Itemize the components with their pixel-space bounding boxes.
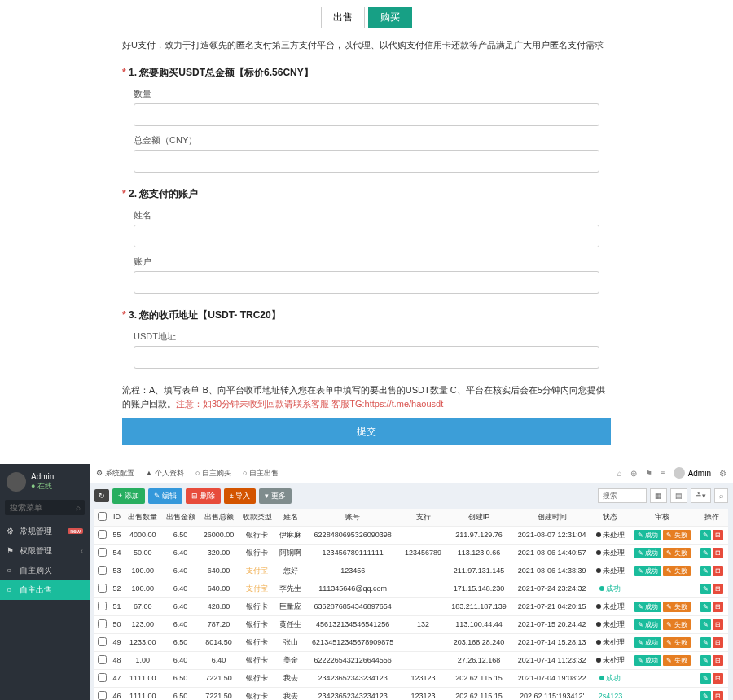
row-checkbox[interactable] — [98, 655, 107, 664]
add-button[interactable]: + 添加 — [112, 488, 145, 504]
status-cell: 成功 — [592, 580, 629, 597]
audit-pill[interactable]: ✎ 失败 — [663, 548, 690, 558]
sidebar-search-input[interactable] — [5, 500, 85, 515]
audit-pill[interactable]: ✎ 成功 — [634, 530, 661, 540]
delete-button[interactable]: ⊟ 删除 — [186, 488, 221, 504]
audit-pill[interactable]: ✎ 失败 — [663, 637, 690, 648]
sidebar-item[interactable]: ⚙常规管理new — [0, 522, 90, 541]
usdt-input[interactable] — [134, 346, 599, 369]
audit-pill[interactable]: ✎ 成功 — [634, 566, 661, 576]
sidebar-item-label: 自主购买 — [20, 565, 52, 576]
status-cell: 未处理 — [592, 633, 629, 651]
row-edit-button[interactable]: ✎ — [700, 655, 711, 666]
row-edit-button[interactable]: ✎ — [700, 530, 711, 540]
tab-sell[interactable]: 出售 — [321, 7, 365, 28]
toolbar-search-input[interactable] — [598, 488, 647, 503]
topbar-link[interactable]: ○ 自主购买 — [195, 469, 231, 477]
view-list-icon[interactable]: ▦ — [650, 488, 667, 503]
row-checkbox[interactable] — [98, 619, 107, 628]
search-icon[interactable]: ⌕ — [76, 503, 81, 512]
refresh-button[interactable]: ↻ — [94, 489, 109, 502]
row-delete-button[interactable]: ⊟ — [713, 691, 723, 700]
account-label: 账户 — [134, 256, 611, 268]
audit-pill[interactable]: ✎ 成功 — [634, 548, 661, 558]
row-delete-button[interactable]: ⊟ — [713, 619, 723, 630]
row-delete-button[interactable]: ⊟ — [713, 530, 723, 540]
sidebar-item-label: 常规管理 — [20, 526, 52, 537]
submit-button[interactable]: 提交 — [122, 418, 611, 445]
row-checkbox[interactable] — [98, 530, 107, 539]
total-input[interactable] — [134, 150, 599, 173]
audit-pill[interactable]: ✎ 成功 — [634, 637, 661, 648]
topbar-user[interactable]: Admin — [674, 467, 711, 479]
row-delete-button[interactable]: ⊟ — [713, 673, 723, 684]
sidebar-item[interactable]: ⚑权限管理‹ — [0, 541, 90, 561]
row-checkbox[interactable] — [98, 602, 107, 610]
export-icon[interactable]: ≛▾ — [691, 488, 711, 503]
row-checkbox[interactable] — [98, 566, 107, 575]
row-delete-button[interactable]: ⊟ — [713, 637, 723, 648]
audit-pill[interactable]: ✎ 失败 — [663, 530, 690, 540]
topbar-link[interactable]: ⚙ 系统配置 — [96, 469, 134, 477]
flag-icon[interactable]: ⚑ — [645, 469, 652, 478]
row-delete-button[interactable]: ⊟ — [713, 602, 723, 612]
audit-pill[interactable]: ✎ 成功 — [634, 602, 661, 612]
row-edit-button[interactable]: ✎ — [700, 584, 711, 594]
import-button[interactable]: ± 导入 — [224, 488, 256, 504]
status-cell: 未处理 — [592, 544, 629, 562]
audit-pill[interactable]: ✎ 失败 — [663, 602, 690, 612]
status-cell: 未处理 — [592, 597, 629, 615]
row-edit-button[interactable]: ✎ — [700, 691, 711, 700]
globe-icon[interactable]: ⊕ — [630, 469, 637, 478]
row-delete-button[interactable]: ⊟ — [713, 548, 723, 558]
row-edit-button[interactable]: ✎ — [700, 548, 711, 558]
bolt-icon[interactable]: ≡ — [661, 469, 665, 478]
sidebar-item[interactable]: ○自主出售 — [0, 580, 90, 600]
section-account: * 2. 您支付的账户 姓名 账户 — [114, 187, 619, 294]
qty-input[interactable] — [134, 103, 599, 126]
sidebar-item-label: 权限管理 — [20, 545, 52, 557]
row-checkbox[interactable] — [98, 637, 107, 646]
row-edit-button[interactable]: ✎ — [700, 602, 711, 612]
name-label: 姓名 — [134, 209, 611, 221]
row-edit-button[interactable]: ✎ — [700, 673, 711, 684]
table-row: 53100.006.40640.00 支付宝您好123456 211.97.13… — [94, 562, 728, 580]
audit-pill[interactable]: ✎ 成功 — [634, 619, 661, 630]
audit-pill[interactable]: ✎ 失败 — [663, 619, 690, 630]
audit-pill[interactable]: ✎ 成功 — [634, 655, 661, 666]
toolbar-search-icon[interactable]: ⌕ — [714, 488, 728, 503]
row-delete-button[interactable]: ⊟ — [713, 566, 723, 576]
audit-pill[interactable]: ✎ 失败 — [663, 655, 690, 666]
row-edit-button[interactable]: ✎ — [700, 566, 711, 576]
row-edit-button[interactable]: ✎ — [700, 619, 711, 630]
topbar-link[interactable]: ○ 自主出售 — [243, 469, 279, 477]
table-row: 491233.006.508014.50 银行卡张山62134512345678… — [94, 633, 728, 651]
sidebar-item[interactable]: ○自主购买 — [0, 561, 90, 580]
row-checkbox[interactable] — [98, 584, 107, 593]
tab-buy[interactable]: 购买 — [368, 7, 412, 28]
topbar: ⚙ 系统配置▲ 个人资料○ 自主购买○ 自主出售 ⌂ ⊕ ⚑ ≡ Admin ⚙ — [90, 464, 733, 483]
row-edit-button[interactable]: ✎ — [700, 637, 711, 648]
column-header: 创建时间 — [511, 509, 591, 527]
topbar-link[interactable]: ▲ 个人资料 — [146, 469, 184, 477]
column-header — [94, 509, 110, 527]
edit-button[interactable]: ✎ 编辑 — [148, 488, 183, 504]
gear-icon[interactable]: ⚙ — [719, 469, 726, 478]
row-delete-button[interactable]: ⊟ — [713, 655, 723, 666]
admin-panel: Admin ● 在线 ⌕ ⚙常规管理new⚑权限管理‹○自主购买○自主出售 ⚙ … — [0, 464, 733, 700]
column-header: 支行 — [400, 509, 446, 527]
status-cell: 未处理 — [592, 615, 629, 633]
purchase-form: 出售 购买 好U支付，致力于打造领先的匿名支付第三方支付平台，以代理、以代购支付… — [98, 0, 635, 457]
row-checkbox[interactable] — [98, 673, 107, 682]
home-icon[interactable]: ⌂ — [617, 469, 622, 478]
chevron-left-icon: ‹ — [81, 547, 83, 555]
row-checkbox[interactable] — [98, 548, 107, 557]
row-checkbox[interactable] — [98, 691, 107, 700]
more-button[interactable]: ▾ 更多 — [259, 488, 292, 504]
row-delete-button[interactable]: ⊟ — [713, 584, 723, 594]
audit-pill[interactable]: ✎ 失败 — [663, 566, 690, 576]
select-all-checkbox[interactable] — [98, 512, 107, 521]
account-input[interactable] — [134, 271, 599, 294]
view-grid-icon[interactable]: ▤ — [670, 488, 687, 503]
name-input[interactable] — [134, 225, 599, 247]
